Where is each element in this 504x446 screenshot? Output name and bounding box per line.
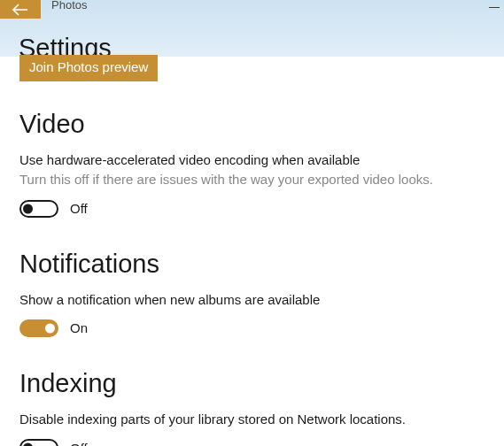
- indexing-toggle-row: Off: [19, 439, 495, 446]
- indexing-label: Disable indexing parts of your library s…: [19, 411, 495, 428]
- video-encoding-toggle-row: Off: [19, 200, 495, 218]
- notifications-toggle[interactable]: [19, 319, 58, 337]
- notifications-toggle-row: On: [19, 319, 495, 337]
- indexing-state: Off: [70, 441, 88, 447]
- toggle-knob-icon: [45, 323, 55, 333]
- back-arrow-icon: [12, 4, 28, 16]
- back-button[interactable]: [0, 0, 41, 19]
- minimize-button[interactable]: [488, 1, 500, 13]
- toggle-knob-icon: [23, 443, 33, 447]
- indexing-toggle[interactable]: [19, 439, 58, 446]
- video-encoding-toggle[interactable]: [19, 200, 58, 218]
- section-heading-indexing: Indexing: [19, 369, 495, 398]
- video-encoding-label: Use hardware-accelerated video encoding …: [19, 151, 495, 169]
- join-preview-button[interactable]: Join Photos preview: [19, 55, 158, 81]
- toggle-knob-icon: [23, 204, 33, 213]
- video-encoding-desc: Turn this off if there are issues with t…: [19, 171, 495, 188]
- app-name: Photos: [51, 0, 87, 11]
- video-encoding-state: Off: [70, 201, 88, 216]
- notifications-state: On: [70, 320, 88, 335]
- notifications-label: Show a notification when new albums are …: [19, 291, 495, 309]
- section-heading-video: Video: [19, 110, 495, 139]
- section-heading-notifications: Notifications: [19, 250, 495, 279]
- settings-content: Join Photos preview Video Use hardware-a…: [0, 57, 504, 446]
